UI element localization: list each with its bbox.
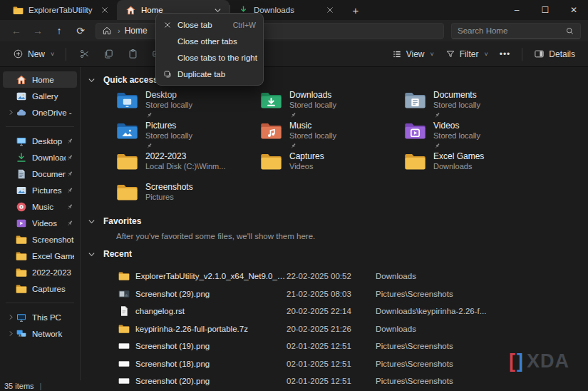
quick-access-card-music[interactable]: MusicStored locally <box>260 119 404 150</box>
menu-item-duplicate-tab[interactable]: Duplicate tab <box>159 66 260 82</box>
view-icon <box>392 49 402 59</box>
image-wide-icon <box>118 340 130 352</box>
breadcrumb-home[interactable]: Home <box>125 26 148 36</box>
quick-access-card-captures[interactable]: CapturesVideos <box>260 150 404 181</box>
new-button[interactable]: New ˅ <box>7 44 60 64</box>
chevron-right-icon[interactable] <box>6 330 16 337</box>
refresh-button[interactable]: ⟳ <box>71 22 90 39</box>
sidebar-item-desktop[interactable]: Desktop <box>3 133 77 149</box>
chevron-down-icon[interactable] <box>88 218 96 225</box>
recent-header[interactable]: Recent <box>81 248 588 260</box>
pin-icon <box>289 111 297 119</box>
quick-access-card-desktop[interactable]: DesktopStored locally <box>116 88 260 119</box>
chevron-right-icon[interactable] <box>6 109 16 116</box>
sidebar-item-home[interactable]: Home <box>3 71 77 88</box>
recent-file-row[interactable]: changelog.rst20-02-2025 22:14Downloads\k… <box>81 303 588 320</box>
documents-folder-icon <box>404 91 426 110</box>
card-name: Pictures <box>145 121 192 131</box>
breadcrumb-home-icon <box>102 25 113 36</box>
file-location: Downloads <box>376 325 416 333</box>
navigation-bar: ← → ↑ ⟳ › Home Search Home <box>0 20 588 41</box>
address-bar[interactable]: › Home <box>96 23 444 39</box>
chevron-down-icon[interactable] <box>88 250 96 258</box>
close-tab-icon[interactable] <box>98 4 111 16</box>
window-controls: – ☐ ✕ <box>502 0 588 20</box>
chevron-down-icon[interactable] <box>88 76 96 84</box>
sidebar-item-network[interactable]: Network <box>3 325 77 342</box>
menu-item-close-other-tabs[interactable]: Close other tabs <box>159 33 260 49</box>
sidebar-item-2022-2023[interactable]: 2022-2023 <box>3 264 77 280</box>
cut-button[interactable] <box>76 44 93 64</box>
quick-access-card-downloads[interactable]: DownloadsStored locally <box>260 88 404 119</box>
tab-explorertabutility[interactable]: ExplorerTabUtility <box>4 0 117 20</box>
sidebar-item-captures[interactable]: Captures <box>3 280 77 297</box>
card-name: Screenshots <box>145 183 193 192</box>
recent-file-row[interactable]: ExplorerTabUtility_v2.1.0_x64_Net9.0_Fra… <box>81 268 588 285</box>
quick-access-card-documents[interactable]: DocumentsStored locally <box>404 88 548 119</box>
file-date: 02-01-2025 12:51 <box>287 377 376 385</box>
network-icon <box>16 328 27 340</box>
forward-button[interactable]: → <box>29 22 47 39</box>
sidebar-item-this-pc[interactable]: This PC <box>3 309 77 325</box>
back-button[interactable]: ← <box>7 22 26 39</box>
details-button[interactable]: Details <box>528 44 581 64</box>
card-subtitle: Local Disk (C:)\Winm... <box>145 163 225 171</box>
sidebar-item-onedrive-persona[interactable]: OneDrive - Persona <box>3 104 77 121</box>
sidebar-item-screenshots[interactable]: Screenshots <box>3 231 77 248</box>
folder-icon <box>16 267 27 278</box>
sidebar-item-downloads[interactable]: Downloads <box>3 149 77 166</box>
music-icon <box>16 201 27 213</box>
music-folder-icon <box>260 121 282 141</box>
card-subtitle: Stored locally <box>145 132 192 141</box>
quick-access-card-pictures[interactable]: PicturesStored locally <box>116 119 260 150</box>
new-tab-button[interactable]: + <box>346 1 365 19</box>
quick-access-card-videos[interactable]: VideosStored locally <box>404 119 548 150</box>
recent-file-row[interactable]: Screenshot (29).png21-02-2025 08:03Pictu… <box>81 285 588 303</box>
up-button[interactable]: ↑ <box>50 22 68 39</box>
favorites-header[interactable]: Favorites <box>81 215 588 227</box>
maximize-button[interactable]: ☐ <box>531 0 559 20</box>
more-options-button[interactable]: ••• <box>494 44 517 64</box>
filter-icon <box>445 49 455 59</box>
card-text: PicturesStored locally <box>145 121 192 150</box>
card-subtitle: Downloads <box>433 163 484 171</box>
doc-file-icon <box>118 305 130 317</box>
sidebar-item-excel-games[interactable]: Excel Games <box>3 248 77 264</box>
paste-button[interactable] <box>124 44 141 64</box>
sidebar-item-music[interactable]: Music <box>3 198 77 215</box>
pin-icon <box>145 111 153 119</box>
pin-icon <box>289 142 297 150</box>
menu-item-close-tab[interactable]: Close tabCtrl+W <box>159 16 260 33</box>
tab-label: Downloads <box>254 6 319 14</box>
quick-access-card-2022-2023[interactable]: 2022-2023Local Disk (C:)\Winm... <box>116 150 260 181</box>
home-icon <box>125 5 136 16</box>
xda-right-bracket: ] <box>517 350 524 372</box>
copy-button[interactable] <box>100 44 117 64</box>
quick-access-card-excel-games[interactable]: Excel GamesDownloads <box>404 150 548 181</box>
quick-access-card-screenshots[interactable]: ScreenshotsPictures <box>116 181 260 211</box>
download-icon <box>16 152 27 163</box>
main-pane: Quick access DesktopStored locallyDownlo… <box>81 67 588 391</box>
sidebar-item-label: Videos <box>32 219 66 228</box>
file-date: 02-01-2025 12:51 <box>287 360 376 368</box>
close-tab-icon[interactable] <box>324 4 336 16</box>
file-name: Screenshot (20).png <box>135 377 287 385</box>
chevron-right-icon[interactable] <box>6 314 16 320</box>
view-button[interactable]: View ˅ <box>386 44 440 64</box>
search-icon[interactable] <box>565 26 574 36</box>
menu-item-close-tabs-to-the-right[interactable]: Close tabs to the right <box>159 49 260 66</box>
details-pane-icon <box>534 49 545 59</box>
close-window-button[interactable]: ✕ <box>559 0 588 20</box>
sidebar-item-documents[interactable]: Documents <box>3 166 77 182</box>
sidebar: HomeGalleryOneDrive - PersonaDesktopDown… <box>0 67 81 391</box>
search-input[interactable]: Search Home <box>451 23 581 39</box>
recent-file-row[interactable]: Screenshot (20).png02-01-2025 12:51Pictu… <box>81 372 588 390</box>
pin-icon <box>66 137 74 146</box>
recent-file-row[interactable]: keypirinha-2.26-full-portable.7z20-02-20… <box>81 320 588 338</box>
sidebar-item-videos[interactable]: Videos <box>3 215 77 231</box>
minimize-button[interactable]: – <box>502 0 531 20</box>
card-subtitle: Stored locally <box>289 132 336 141</box>
sidebar-item-pictures[interactable]: Pictures <box>3 182 77 198</box>
sidebar-item-gallery[interactable]: Gallery <box>3 88 77 104</box>
filter-button[interactable]: Filter ˅ <box>440 44 494 64</box>
